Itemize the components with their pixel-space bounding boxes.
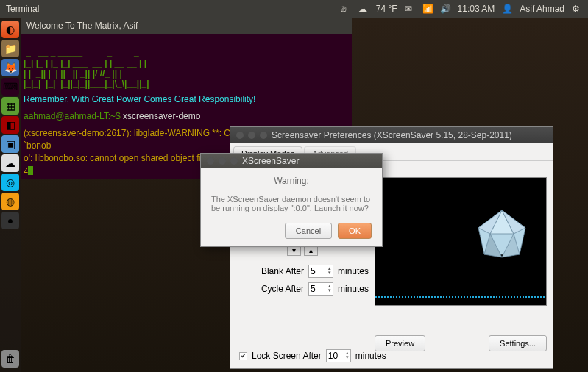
- preview-title: it: [375, 167, 547, 176]
- blank-after-label: Blank After: [261, 266, 304, 276]
- prefs-titlebar[interactable]: Screensaver Preferences (XScreenSaver 5.…: [230, 127, 553, 143]
- launcher-firefox-icon[interactable]: 🦊: [1, 59, 19, 76]
- mail-icon[interactable]: ✉: [405, 4, 415, 14]
- launcher-vbox-icon[interactable]: ▣: [1, 135, 19, 153]
- lock-checkbox[interactable]: ✔: [239, 352, 247, 360]
- launcher-cloud-icon[interactable]: ☁: [1, 154, 19, 172]
- dialog-message: The XScreenSaver daemon doesn't seem to …: [211, 195, 372, 212]
- minimize-icon[interactable]: [248, 132, 255, 139]
- preview-waveform: [375, 296, 546, 298]
- launcher-app-icon[interactable]: ▦: [1, 97, 19, 115]
- cancel-button[interactable]: Cancel: [285, 223, 332, 239]
- minimize-icon[interactable]: [219, 157, 226, 165]
- maximize-icon[interactable]: [260, 132, 267, 139]
- launcher-app-icon[interactable]: ●: [1, 212, 19, 229]
- ok-button[interactable]: OK: [338, 223, 372, 239]
- maximize-icon[interactable]: [230, 157, 238, 165]
- terminal-prompt-line: aahmad@aahmad-LT:~$ xscreensaver-demo: [24, 110, 349, 123]
- lock-screen-label: Lock Screen After: [252, 351, 322, 361]
- warning-dialog: XScreenSaver Warning: The XScreenSaver d…: [200, 153, 383, 247]
- lock-after-spinner[interactable]: 10▴▾: [326, 349, 351, 362]
- terminal-line: Remember, With Great Power Comes Great R…: [24, 93, 349, 106]
- close-icon[interactable]: [236, 132, 244, 139]
- cycle-after-spinner[interactable]: 5▴▾: [308, 282, 333, 296]
- panel-indicators: ⎚ ☁ 74 °F ✉ 📶 🔊 11:03 AM 👤 Asif Ahmad ⚙: [341, 4, 582, 14]
- panel-app-name: Terminal: [6, 4, 39, 14]
- terminal-cursor: [28, 166, 33, 175]
- ascii-art: _ __ _ _____ _ _ |_| |_ | |_ |_| ___ __ …: [24, 37, 349, 89]
- user-name[interactable]: Asif Ahmad: [520, 4, 564, 14]
- launcher-trash-icon[interactable]: 🗑: [1, 350, 19, 368]
- lock-screen-row: ✔ Lock Screen After 10▴▾ minutes: [239, 349, 386, 362]
- unity-launcher: ◐ 📁 🦊 ⌨ ▦ ◧ ▣ ☁ ◎ ◍ ● 🗑: [0, 18, 21, 372]
- cycle-after-label: Cycle After: [261, 284, 304, 294]
- user-icon: 👤: [502, 4, 512, 14]
- dialog-heading: Warning:: [211, 176, 372, 186]
- blank-after-spinner[interactable]: 5▴▾: [308, 265, 333, 278]
- terminal-titlebar[interactable]: Welcome To The Matrix, Asif: [21, 18, 352, 34]
- close-icon[interactable]: [207, 157, 214, 165]
- dialog-titlebar[interactable]: XScreenSaver: [201, 154, 382, 168]
- launcher-app-icon[interactable]: ◍: [1, 193, 19, 210]
- volume-icon[interactable]: 🔊: [440, 4, 450, 14]
- launcher-dash-icon[interactable]: ◐: [1, 21, 19, 38]
- launcher-files-icon[interactable]: 📁: [1, 40, 19, 57]
- launcher-app-icon[interactable]: ◎: [1, 174, 19, 191]
- gear-icon[interactable]: ⚙: [572, 4, 582, 14]
- top-panel: Terminal ⎚ ☁ 74 °F ✉ 📶 🔊 11:03 AM 👤 Asif…: [0, 0, 588, 18]
- weather-icon[interactable]: ☁: [358, 4, 369, 14]
- screensaver-preview: [375, 177, 547, 306]
- launcher-app-icon[interactable]: ◧: [1, 116, 19, 134]
- launcher-terminal-icon[interactable]: ⌨: [1, 78, 19, 96]
- network-icon[interactable]: 📶: [422, 4, 433, 14]
- clock[interactable]: 11:03 AM: [458, 4, 495, 14]
- weather-temp[interactable]: 74 °F: [376, 4, 397, 14]
- tronbit-icon: [472, 207, 531, 266]
- indicator-icon[interactable]: ⎚: [341, 4, 351, 14]
- settings-button[interactable]: Settings...: [489, 335, 547, 351]
